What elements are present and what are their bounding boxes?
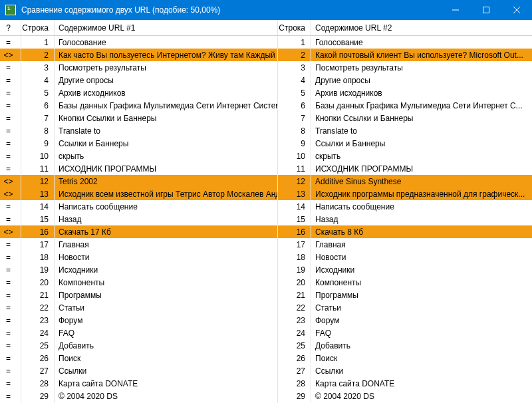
content-left: Скачать 17 Кб (55, 225, 278, 238)
table-row[interactable]: =9Ссылки и Баннеры9Ссылки и Баннеры (0, 137, 532, 150)
table-row[interactable]: =21Программы21Программы (0, 289, 532, 301)
column-header-content2[interactable]: Содержимое URL #2 (311, 20, 532, 35)
line-number-right: 7 (278, 112, 311, 124)
diff-marker: = (0, 124, 21, 137)
table-row[interactable]: =6Базы данных Графика Мультимедиа Сети И… (0, 99, 532, 112)
content-right: Новости (311, 251, 532, 263)
table-row[interactable]: <>13Исходник всем известной игры Тетрис … (0, 188, 532, 200)
line-number-left: 9 (21, 137, 55, 150)
content-left: Главная (55, 238, 278, 251)
line-number-right: 15 (278, 213, 311, 225)
content-left: Добавить (55, 339, 278, 352)
table-row[interactable]: <>16Скачать 17 Кб16Скачать 8 Кб (0, 225, 532, 238)
titlebar[interactable]: Сравнение содержимого двух URL (подобие:… (0, 0, 532, 20)
minimize-button[interactable] (440, 0, 471, 20)
line-number-right: 26 (278, 352, 311, 364)
content-left: Исходник всем известной игры Тетрис Авто… (55, 188, 278, 200)
content-left: Статьи (55, 301, 278, 314)
line-number-left: 21 (21, 289, 55, 301)
content-left: Форум (55, 314, 278, 327)
content-left: скрыть (55, 150, 278, 162)
table-row[interactable]: =25Добавить25Добавить (0, 339, 532, 352)
table-row[interactable]: =22Статьи22Статьи (0, 301, 532, 314)
line-number-left: 22 (21, 301, 55, 314)
column-header-line1[interactable]: Строка (21, 20, 55, 35)
table-row[interactable]: =27Ссылки27Ссылки (0, 364, 532, 377)
content-left: Кнопки Ссылки и Баннеры (55, 112, 278, 124)
line-number-right: 20 (278, 276, 311, 289)
diff-marker: <> (0, 175, 21, 188)
column-header-marker[interactable]: ? (0, 20, 21, 35)
line-number-left: 25 (21, 339, 55, 352)
content-right: © 2004 2020 DS (311, 390, 532, 402)
content-left: Написать сообщение (55, 200, 278, 213)
table-row[interactable]: =19Исходники19Исходники (0, 263, 532, 276)
content-right: Другие опросы (311, 74, 532, 86)
content-left: Базы данных Графика Мультимедиа Сети Инт… (55, 99, 278, 112)
line-number-right: 10 (278, 150, 311, 162)
table-row[interactable]: =7Кнопки Ссылки и Баннеры7Кнопки Ссылки … (0, 112, 532, 124)
line-number-left: 4 (21, 74, 55, 86)
column-header-content1[interactable]: Содержимое URL #1 (55, 20, 278, 35)
table-row[interactable]: =14Написать сообщение14Написать сообщени… (0, 200, 532, 213)
column-header-line2[interactable]: Строка (278, 20, 311, 35)
table-row[interactable]: =29© 2004 2020 DS29© 2004 2020 DS (0, 390, 532, 402)
table-row[interactable]: =24FAQ24FAQ (0, 327, 532, 339)
diff-marker: = (0, 99, 21, 112)
diff-marker: = (0, 162, 21, 175)
table-row[interactable]: =10скрыть10скрыть (0, 150, 532, 162)
content-right: Какой почтовый клиент Вы используете? Mi… (311, 49, 532, 61)
line-number-left: 16 (21, 225, 55, 238)
content-left: Посмотреть результаты (55, 61, 278, 74)
line-number-right: 28 (278, 377, 311, 390)
line-number-right: 6 (278, 99, 311, 112)
table-row[interactable]: =17Главная17Главная (0, 238, 532, 251)
table-row[interactable]: =3Посмотреть результаты3Посмотреть резул… (0, 61, 532, 74)
table-row[interactable]: =26Поиск26Поиск (0, 352, 532, 364)
content-left: Tetris 2002 (55, 175, 278, 188)
diff-marker: <> (0, 49, 21, 61)
maximize-button[interactable] (471, 0, 501, 20)
table-row[interactable]: =4Другие опросы4Другие опросы (0, 74, 532, 86)
content-right: Исходники (311, 263, 532, 276)
diff-marker: = (0, 390, 21, 402)
line-number-right: 29 (278, 390, 311, 402)
content-left: Поиск (55, 352, 278, 364)
line-number-right: 25 (278, 339, 311, 352)
table-row[interactable]: =1Голосование1Голосование (0, 36, 532, 49)
content-left: Как часто Вы пользуетесь Интернетом? Жив… (55, 49, 278, 61)
content-right: Карта сайта DONATE (311, 377, 532, 390)
table-row[interactable]: =23Форум23Форум (0, 314, 532, 327)
line-number-left: 7 (21, 112, 55, 124)
content-left: Карта сайта DONATE (55, 377, 278, 390)
content-right: скрыть (311, 150, 532, 162)
table-row[interactable]: =15Назад15Назад (0, 213, 532, 225)
content-right: Назад (311, 213, 532, 225)
table-row[interactable]: =20Компоненты20Компоненты (0, 276, 532, 289)
table-row[interactable]: =11ИСХОДНИК ПРОГРАММЫ11ИСХОДНИК ПРОГРАММ… (0, 162, 532, 175)
line-number-left: 17 (21, 238, 55, 251)
close-button[interactable] (501, 0, 532, 20)
content-right: Статьи (311, 301, 532, 314)
table-row[interactable]: =18Новости18Новости (0, 251, 532, 263)
svg-rect-1 (483, 7, 489, 13)
line-number-left: 3 (21, 61, 55, 74)
content-right: Additive Sinus Synthese (311, 175, 532, 188)
line-number-right: 23 (278, 314, 311, 327)
diff-marker: <> (0, 225, 21, 238)
table-row[interactable]: <>12Tetris 200212Additive Sinus Synthese (0, 175, 532, 188)
content-right: Написать сообщение (311, 200, 532, 213)
table-row[interactable]: =28Карта сайта DONATE28Карта сайта DONAT… (0, 377, 532, 390)
window-title: Сравнение содержимого двух URL (подобие:… (21, 5, 440, 15)
column-header-row: ? Строка Содержимое URL #1 Строка Содерж… (0, 20, 532, 36)
table-row[interactable]: =5Архив исходников5Архив исходников (0, 86, 532, 99)
comparison-rows: =1Голосование1Голосование<>2Как часто Вы… (0, 36, 532, 403)
table-row[interactable]: =8Translate to8Translate to (0, 124, 532, 137)
diff-marker: = (0, 339, 21, 352)
table-row[interactable]: <>2Как часто Вы пользуетесь Интернетом? … (0, 49, 532, 61)
content-right: Посмотреть результаты (311, 61, 532, 74)
line-number-right: 18 (278, 251, 311, 263)
diff-marker: = (0, 327, 21, 339)
diff-marker: = (0, 263, 21, 276)
content-right: FAQ (311, 327, 532, 339)
